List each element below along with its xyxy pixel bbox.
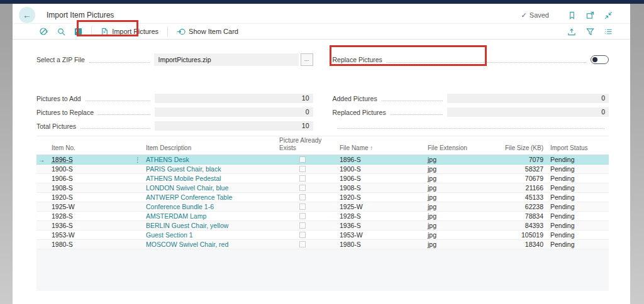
- header-file-name[interactable]: File Name ↑: [338, 144, 426, 152]
- table-row[interactable]: 1980-SMOSCOW Swivel Chair, red1980-Sjpg1…: [36, 240, 609, 249]
- picture-exists-checkbox[interactable]: [299, 166, 306, 172]
- table-row[interactable]: 1900-SPARIS Guest Chair, black1900-Sjpg5…: [36, 165, 609, 174]
- file-size-cell: 84393: [503, 222, 545, 229]
- picture-exists-checkbox[interactable]: [299, 222, 306, 229]
- table-row[interactable]: 1925-WConference Bundle 1-61925-Wjpg6223…: [36, 202, 609, 212]
- file-extension-cell: jpg: [426, 165, 503, 173]
- item-description-link[interactable]: AMSTERDAM Lamp: [146, 212, 279, 220]
- picture-exists-checkbox[interactable]: [299, 213, 306, 219]
- table-row[interactable]: 1928-SAMSTERDAM Lamp1928-Sjpg78834Pendin…: [36, 212, 609, 221]
- dotted-leader: [391, 109, 443, 115]
- statistics-section: Pictures to Add 10 Added Pictures 0 Pict…: [36, 94, 609, 131]
- replace-pictures-toggle[interactable]: [591, 55, 609, 64]
- file-extension-cell: jpg: [426, 222, 503, 229]
- open-in-excel-icon: [74, 28, 82, 36]
- item-no-cell[interactable]: 1953-W: [50, 231, 143, 239]
- action-divider: [91, 26, 92, 36]
- replaced-pictures-field: Replaced Pictures 0: [333, 107, 609, 117]
- item-no-value: 1953-W: [52, 231, 75, 239]
- table-row[interactable]: →1896-S⋮ATHENS Desk1896-Sjpg7079Pending: [36, 155, 609, 165]
- total-pictures-field: Total Pictures 10: [36, 121, 313, 131]
- item-no-cell[interactable]: 1980-S: [50, 241, 143, 248]
- item-description-link[interactable]: ATHENS Mobile Pedestal: [146, 175, 279, 182]
- replace-pictures-field: Replace Pictures: [333, 53, 609, 66]
- item-no-cell[interactable]: 1920-S: [50, 193, 143, 201]
- minimize-page-icon[interactable]: [604, 11, 613, 19]
- item-no-cell[interactable]: 1908-S: [50, 184, 143, 192]
- item-description-link[interactable]: ATHENS Desk: [146, 156, 279, 163]
- item-description-link[interactable]: ANTWERP Conference Table: [146, 193, 279, 201]
- file-name-cell: 1936-S: [338, 222, 426, 229]
- import-status-cell: Pending: [545, 184, 609, 192]
- pictures-to-replace-field: Pictures to Replace 0: [36, 107, 313, 117]
- header-import-status[interactable]: Import Status: [545, 144, 609, 152]
- header-file-size[interactable]: File Size (KB): [503, 144, 545, 152]
- item-description-link[interactable]: Conference Bundle 1-6: [146, 203, 279, 210]
- header-picture-already-exists[interactable]: Picture Already Exists: [279, 137, 338, 152]
- replaced-pictures-value: 0: [447, 107, 609, 117]
- column-options-icon[interactable]: [604, 28, 613, 36]
- item-description-link[interactable]: LONDON Swivel Chair, blue: [146, 184, 279, 192]
- filter-icon[interactable]: [586, 28, 594, 36]
- show-item-card-button[interactable]: Show Item Card: [177, 28, 238, 36]
- picture-exists-checkbox[interactable]: [299, 185, 306, 191]
- item-no-cell[interactable]: 1900-S: [50, 165, 143, 173]
- item-description-cell: ANTWERP Conference Table: [143, 193, 279, 201]
- row-menu-icon[interactable]: ⋮: [135, 156, 141, 163]
- picture-exists-checkbox[interactable]: [299, 204, 306, 210]
- picture-exists-cell: [279, 194, 338, 200]
- table-row[interactable]: 1908-SLONDON Swivel Chair, blue1908-Sjpg…: [36, 183, 609, 193]
- file-extension-cell: jpg: [426, 241, 503, 248]
- file-name-cell: 1953-W: [338, 231, 426, 239]
- table-row[interactable]: 1953-WGuest Section 11953-Wjpg105019Pend…: [36, 231, 609, 240]
- file-size-cell: 70679: [503, 175, 545, 182]
- import-pictures-icon: [101, 28, 109, 36]
- search-button[interactable]: [57, 28, 65, 36]
- picture-exists-checkbox[interactable]: [299, 232, 306, 238]
- import-pictures-button[interactable]: Import Pictures: [101, 28, 158, 36]
- item-no-value: 1925-W: [52, 203, 75, 210]
- pictures-to-add-value: 10: [155, 94, 313, 103]
- picture-exists-checkbox[interactable]: [299, 241, 306, 247]
- picture-exists-cell: [279, 232, 338, 238]
- item-no-cell[interactable]: 1928-S: [50, 212, 143, 220]
- picture-exists-checkbox[interactable]: [299, 156, 306, 163]
- zip-file-input[interactable]: ImportPictures.zip: [154, 53, 299, 66]
- header-file-extension[interactable]: File Extension: [426, 144, 503, 152]
- item-description-link[interactable]: MOSCOW Swivel Chair, red: [146, 241, 279, 248]
- open-in-excel-button[interactable]: [74, 28, 82, 36]
- item-no-cell[interactable]: 1936-S: [50, 222, 143, 229]
- item-description-link[interactable]: PARIS Guest Chair, black: [146, 165, 279, 173]
- dotted-leader: [89, 57, 150, 63]
- save-status-label: Saved: [530, 11, 549, 19]
- empty-field-row: [333, 121, 609, 131]
- item-description-link[interactable]: Guest Section 1: [146, 231, 279, 239]
- item-no-cell[interactable]: 1906-S: [50, 175, 143, 182]
- header-item-no[interactable]: Item No.: [50, 144, 143, 152]
- picture-exists-checkbox[interactable]: [299, 194, 306, 200]
- item-description-cell: Guest Section 1: [143, 231, 279, 239]
- item-no-value: 1980-S: [52, 241, 73, 248]
- back-button[interactable]: ←: [19, 7, 35, 23]
- bookmark-icon[interactable]: [568, 11, 576, 19]
- table-row[interactable]: 1906-SATHENS Mobile Pedestal1906-Sjpg706…: [36, 174, 609, 183]
- item-no-value: 1908-S: [52, 184, 73, 192]
- import-status-cell: Pending: [545, 175, 609, 182]
- item-no-cell[interactable]: 1896-S⋮: [50, 156, 143, 163]
- import-status-cell: Pending: [545, 212, 609, 220]
- item-description-link[interactable]: BERLIN Guest Chair, yellow: [146, 222, 279, 229]
- right-edge-rail: [630, 4, 644, 304]
- share-icon[interactable]: [567, 28, 576, 36]
- table-row[interactable]: 1920-SANTWERP Conference Table1920-Sjpg4…: [36, 193, 609, 202]
- table-row[interactable]: 1936-SBERLIN Guest Chair, yellow1936-Sjp…: [36, 221, 609, 231]
- file-name-cell: 1906-S: [338, 175, 426, 182]
- import-status-cell: Pending: [545, 193, 609, 201]
- file-extension-cell: jpg: [426, 193, 503, 201]
- browse-button[interactable]: ...: [301, 53, 313, 66]
- picture-exists-checkbox[interactable]: [299, 175, 306, 182]
- item-no-cell[interactable]: 1925-W: [50, 203, 143, 210]
- open-in-new-window-icon[interactable]: [586, 11, 594, 19]
- header-item-description[interactable]: Item Description: [143, 144, 279, 152]
- dotted-leader: [337, 123, 605, 129]
- actions-menu-button[interactable]: ∨: [39, 27, 48, 36]
